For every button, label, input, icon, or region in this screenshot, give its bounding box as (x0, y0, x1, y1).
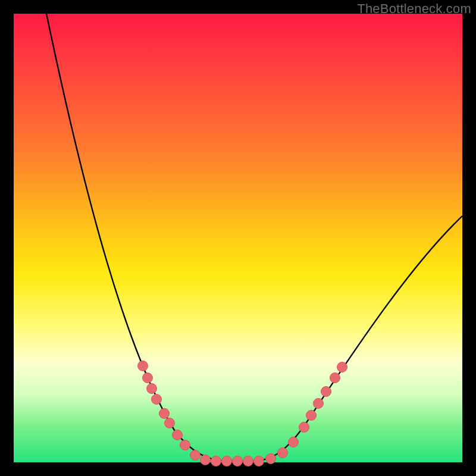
data-dot (321, 387, 331, 397)
watermark-text: TheBottleneck.com (357, 1, 471, 17)
data-dot (190, 450, 201, 461)
data-dot (222, 456, 232, 466)
data-dot (152, 394, 162, 405)
data-dot (254, 456, 264, 466)
bottleneck-curve (46, 14, 462, 461)
data-dot (278, 448, 288, 458)
curve-svg (14, 14, 462, 462)
plot-area (14, 14, 462, 462)
data-dot (289, 437, 299, 447)
data-dots (138, 361, 347, 466)
data-dot (266, 454, 276, 464)
data-dot (337, 362, 347, 372)
data-dot (243, 456, 253, 466)
data-dot (143, 373, 153, 383)
data-dot (299, 422, 309, 433)
data-dot (165, 418, 175, 428)
data-dot (173, 430, 183, 440)
data-dot (314, 399, 324, 409)
data-dot (233, 456, 243, 466)
data-dot (180, 440, 190, 450)
data-dot (211, 456, 221, 466)
data-dot (330, 373, 340, 383)
data-dot (306, 411, 317, 421)
data-dot (138, 361, 148, 371)
data-dot (159, 409, 170, 419)
chart-frame: TheBottleneck.com (0, 0, 476, 476)
data-dot (147, 384, 157, 394)
data-dot (201, 455, 211, 465)
